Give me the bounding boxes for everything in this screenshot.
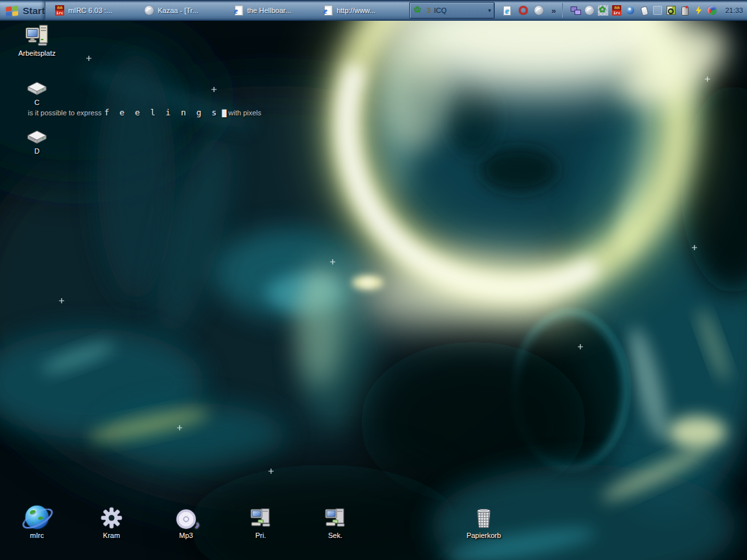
mirc-tray-icon[interactable] [611, 5, 622, 16]
inactive-ghost-icon[interactable] [652, 5, 663, 16]
tray-divider [562, 3, 563, 18]
taskbar-item-icq[interactable]: 3 ICQ ▾ [409, 2, 495, 19]
desktop[interactable]: is it possible to expressf e e l i n g s… [0, 21, 747, 560]
desktop-icon-label: Sek. [327, 531, 344, 539]
wallpaper-image [0, 21, 747, 560]
cd-music-icon [176, 506, 196, 529]
mouse-settings-icon[interactable] [639, 5, 649, 16]
taskbar-item-mirc[interactable]: mIRC 6.03 :... [51, 2, 141, 19]
taskbar-item-label: Kazaa - [Tr... [158, 6, 198, 14]
system-tray: 21:33 [556, 3, 747, 18]
icq-flower-icon [413, 5, 423, 16]
start-label: Start [23, 5, 45, 16]
wallpaper-caption-cursor: █ [222, 110, 226, 117]
taskbar-item-label: mIRC 6.03 :... [68, 6, 112, 14]
start-button[interactable]: Start [0, 0, 45, 21]
task-buttons: mIRC 6.03 :... Kazaa - [Tr... the Hellbo… [51, 0, 495, 21]
desktop-icon-drive-d[interactable]: D [10, 121, 64, 155]
chevron-down-icon[interactable]: ▾ [488, 7, 492, 14]
kazaa-icon[interactable] [534, 5, 544, 16]
nvidia-settings-icon[interactable] [666, 5, 676, 16]
desktop-screen: Start mIRC 6.03 :... Kazaa - [Tr... the … [0, 0, 747, 560]
taskbar-item-hellboar[interactable]: the Hellboar... [230, 2, 320, 19]
system-cleaner-icon[interactable] [680, 5, 690, 16]
desktop-icon-label: Papierkorb [465, 531, 502, 539]
taskbar-item-kazaa[interactable]: Kazaa - [Tr... [141, 2, 230, 19]
hard-drive-icon [26, 73, 48, 96]
overflow-chevron-icon[interactable]: » [551, 6, 556, 16]
wallpaper-caption-highlight: f e e l i n g s [104, 108, 219, 117]
quick-launch-bar: » [503, 5, 556, 16]
weather-globe-icon[interactable] [707, 5, 717, 16]
desktop-icon-label: D [33, 147, 41, 155]
desktop-icon-arbeitsplatz[interactable]: Arbeitsplatz [10, 23, 64, 57]
windows-flag-icon [5, 5, 19, 17]
desktop-icon-label: Arbeitsplatz [17, 49, 56, 57]
kazaa-icon [144, 5, 154, 16]
taskbar-item-label: ICQ [434, 6, 447, 14]
desktop-icon-mirc[interactable]: mIrc [10, 506, 64, 539]
wallpaper-caption-prefix: is it possible to express [28, 109, 102, 117]
desktop-icon-drive-c[interactable]: C [10, 73, 64, 106]
desktop-icon-papierkorb[interactable]: Papierkorb [456, 506, 511, 539]
wallpaper-caption: is it possible to expressf e e l i n g s… [28, 108, 261, 117]
download-accelerator-icon[interactable] [518, 5, 528, 16]
wallpaper-caption-suffix: with pixels [228, 109, 261, 117]
download-lightning-icon[interactable] [693, 5, 704, 16]
desktop-icon-kram[interactable]: Kram [84, 506, 139, 539]
desktop-icon-label: mIrc [29, 531, 45, 539]
desktop-icon-label: Pri. [254, 531, 268, 539]
internet-explorer-page-icon [323, 5, 333, 16]
taskbar-item-label: the Hellboar... [247, 6, 291, 14]
taskbar-item-label: http://www... [337, 6, 375, 14]
icq-flower-icon[interactable] [598, 5, 608, 16]
recycle-bin-icon [475, 506, 492, 529]
kazaa-tray-icon[interactable] [584, 5, 595, 16]
my-computer-icon [25, 23, 49, 47]
computer-icon [324, 506, 346, 529]
desktop-icon-mp3[interactable]: Mp3 [159, 506, 213, 539]
taskbar-clock[interactable]: 21:33 [725, 6, 743, 14]
taskbar: Start mIRC 6.03 :... Kazaa - [Tr... the … [0, 0, 747, 21]
taskbar-item-http[interactable]: http://www... [320, 2, 409, 19]
gear-icon [101, 506, 123, 529]
hard-drive-icon [26, 121, 48, 145]
netdetect-icon[interactable] [625, 5, 635, 16]
desktop-icon-label: Mp3 [178, 531, 194, 539]
desktop-icon-pri[interactable]: Pri. [233, 506, 288, 539]
mirc-icon [54, 5, 65, 16]
computer-icon [250, 506, 272, 529]
globe-ring-icon [25, 506, 49, 529]
desktop-icon-label: Kram [102, 531, 121, 539]
icq-message-count: 3 [427, 6, 431, 14]
network-connections-icon[interactable] [571, 5, 581, 16]
internet-explorer-page-icon [233, 5, 244, 16]
internet-explorer-icon[interactable] [503, 5, 513, 16]
desktop-icon-label: C [33, 99, 41, 106]
desktop-icon-sek[interactable]: Sek. [308, 506, 362, 539]
